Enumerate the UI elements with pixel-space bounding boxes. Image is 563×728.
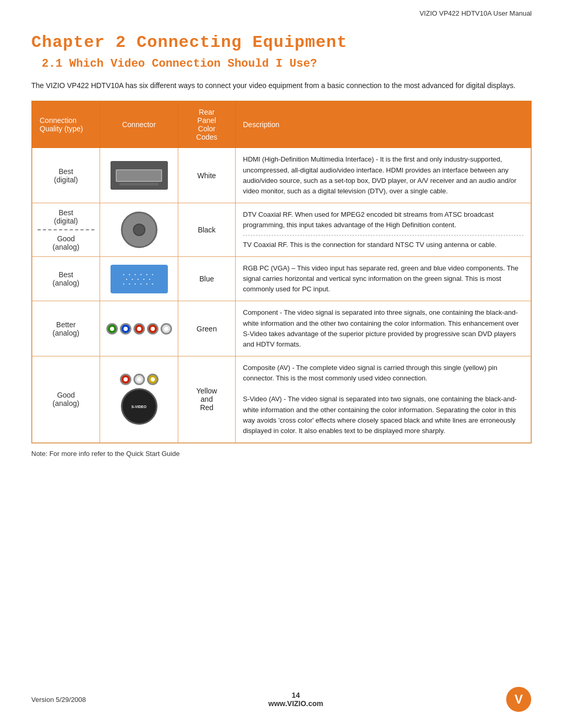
section-title: 2.1 Which Video Connection Should I Use? — [31, 57, 532, 70]
composite-rca-yellow — [147, 374, 158, 385]
connection-table-wrapper: ConnectionQuality (type) Connector RearP… — [31, 101, 532, 443]
table-row: Best(digital) Good(analog) Black DTV Coa… — [32, 203, 531, 256]
table-row: Good(analog) Yellowand — [32, 356, 531, 442]
quality-cell-composite: Good(analog) — [32, 356, 100, 442]
quality-separator — [38, 229, 94, 230]
table-row: Better(analog) Green — [32, 301, 531, 356]
desc-cell-composite: Composite (AV) - The complete video sign… — [236, 356, 531, 442]
desc-text-hdmi: HDMI (High-Definition Multimedia Interfa… — [243, 155, 517, 194]
color-label-white: White — [198, 171, 216, 180]
quality-cell: Best(digital) — [32, 148, 100, 203]
footer-website: www.VIZIO.com — [86, 699, 506, 708]
intro-paragraph: The VIZIO VP422 HDTV10A has six differen… — [31, 80, 532, 91]
connector-cell-component — [100, 301, 178, 356]
composite-connector-image — [120, 374, 158, 385]
quality-cell-component: Better(analog) — [32, 301, 100, 356]
rca-green — [106, 323, 118, 335]
desc-cell-component: Component - The video signal is separate… — [236, 301, 531, 356]
rf-connector-image — [121, 212, 157, 248]
footer-version: Version 5/29/2008 — [31, 696, 86, 704]
desc-text-svideo: S-Video (AV) - The video signal is separ… — [243, 395, 517, 434]
composite-rca-red — [120, 374, 131, 385]
desc-cell-hdmi: HDMI (High-Definition Multimedia Interfa… — [236, 148, 531, 203]
hdmi-connector-image — [111, 161, 168, 190]
footer-center: 14 www.VIZIO.com — [86, 691, 506, 708]
page-content: Chapter 2 Connecting Equipment 2.1 Which… — [0, 17, 563, 478]
manual-title: VIZIO VP422 HDTV10A User Manual — [420, 9, 532, 17]
rca-red-2 — [147, 323, 158, 335]
note-text: Note: For more info refer to the Quick S… — [31, 450, 532, 458]
quality-cell-vga: Best(analog) — [32, 256, 100, 301]
header-quality: ConnectionQuality (type) — [32, 102, 100, 148]
color-cell-green: Green — [178, 301, 236, 356]
table-row: Best(digital) White HDMI (High-Definitio… — [32, 148, 531, 203]
table-row: Best(analog) Blue RGB PC (VGA) – This vi… — [32, 256, 531, 301]
desc-cell-rf: DTV Coaxial RF. When used for MPEG2 enco… — [236, 203, 531, 256]
table-body: Best(digital) White HDMI (High-Definitio… — [32, 148, 531, 443]
desc-cell-vga: RGB PC (VGA) – This video input has sepa… — [236, 256, 531, 301]
connection-table: ConnectionQuality (type) Connector RearP… — [32, 101, 531, 443]
chapter-title: Chapter 2 Connecting Equipment — [31, 33, 532, 52]
color-label-yellow-red: YellowandRed — [197, 387, 217, 412]
color-cell-blue: Blue — [178, 256, 236, 301]
quality-cell-rf: Best(digital) Good(analog) — [32, 203, 100, 256]
desc-text-rf1: DTV Coaxial RF. When used for MPEG2 enco… — [243, 211, 494, 229]
connector-cell-hdmi — [100, 148, 178, 203]
rca-red-1 — [133, 323, 145, 335]
table-header: ConnectionQuality (type) Connector RearP… — [32, 102, 531, 148]
color-label-black: Black — [198, 226, 215, 234]
color-cell-black: Black — [178, 203, 236, 256]
connector-cell-rf — [100, 203, 178, 256]
desc-text-composite: Composite (AV) - The complete video sign… — [243, 364, 497, 382]
connector-cell-vga — [100, 256, 178, 301]
header-description: Description — [236, 102, 531, 148]
desc-text-vga: RGB PC (VGA) – This video input has sepa… — [243, 264, 519, 293]
page-header: VIZIO VP422 HDTV10A User Manual — [0, 0, 563, 17]
component-connector-image — [105, 323, 173, 335]
composite-rca-white — [133, 374, 145, 385]
desc-separator — [243, 235, 523, 236]
header-color: RearPanelColorCodes — [178, 102, 236, 148]
color-label-green: Green — [197, 325, 217, 333]
vizio-logo: V — [506, 686, 532, 712]
connector-cell-composite — [100, 356, 178, 442]
footer-page: 14 — [86, 691, 506, 699]
color-cell-white: White — [178, 148, 236, 203]
header-connector: Connector — [100, 102, 178, 148]
composite-svideo-images — [105, 374, 173, 425]
color-label-blue: Blue — [199, 275, 214, 283]
svg-text:V: V — [515, 692, 523, 706]
vga-connector-image — [111, 265, 168, 293]
rca-blue — [120, 323, 131, 335]
svideo-connector-image — [121, 388, 157, 425]
page-footer: Version 5/29/2008 14 www.VIZIO.com V — [31, 686, 532, 712]
desc-text-rf2: TV Coaxial RF. This is the connection fo… — [243, 241, 497, 249]
desc-text-component: Component - The video signal is separate… — [243, 309, 519, 348]
color-cell-yellow-red: YellowandRed — [178, 356, 236, 442]
rca-white — [161, 323, 172, 335]
